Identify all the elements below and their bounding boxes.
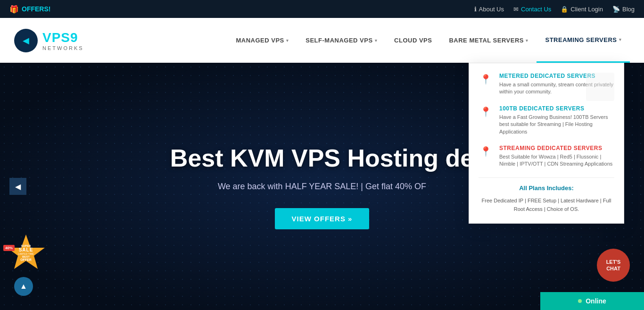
flag-pin-3: 📍 [479, 145, 493, 163]
online-indicator [578, 299, 582, 303]
offers-label[interactable]: OFFERS! [22, 5, 50, 13]
rss-icon: 📡 [612, 6, 620, 13]
sale-text: SALE [12, 247, 40, 252]
dropdown-item-100tb[interactable]: 📍 100TB DEDICATED SERVERS Have a Fast Gr… [479, 105, 614, 135]
top-bar: 🎁 OFFERS! ℹ About Us ✉ Contact Us 🔒 Clie… [0, 0, 644, 18]
lets-chat-button[interactable]: LET'S CHAT [597, 249, 630, 282]
chevron-down-icon: ▾ [619, 37, 622, 42]
top-bar-right: ℹ About Us ✉ Contact Us 🔒 Client Login 📡… [474, 6, 635, 13]
blog-link[interactable]: 📡 Blog [612, 6, 635, 13]
nav-bar: VPS9 NETWORKS MANAGED VPS ▾ SELF-MANAGED… [0, 18, 644, 63]
top-bar-left: 🎁 OFFERS! [9, 5, 50, 14]
nav-items: MANAGED VPS ▾ SELF-MANAGED VPS ▾ CLOUD V… [112, 18, 630, 63]
dropdown-includes-text: Free Dedicated IP | FREE Setup | Latest … [479, 196, 614, 214]
hero-title: Best KVM VPS Hosting de [170, 144, 474, 172]
nav-item-streaming[interactable]: STREAMING SERVERS ▾ [537, 18, 630, 63]
logo-icon [14, 29, 38, 52]
offer-text: OFFER [12, 258, 40, 261]
logo-networks-text: NETWORKS [42, 45, 84, 51]
sale-badge: SUPER SALE LIMITED TIME BEST OFFER 40% [7, 235, 45, 272]
nav-item-bare-metal[interactable]: BARE METAL SERVERS ▾ [440, 18, 537, 63]
chevron-down-icon: ▾ [526, 38, 528, 43]
about-link[interactable]: ℹ About Us [474, 6, 504, 13]
chevron-down-icon: ▾ [375, 38, 378, 43]
lets-chat-label: LET'S CHAT [606, 259, 621, 272]
hero-content: Best KVM VPS Hosting de We are back with… [151, 144, 493, 229]
info-icon: ℹ [474, 6, 477, 13]
flag-pin-2: 📍 [479, 105, 493, 123]
client-login-link[interactable]: 🔒 Client Login [561, 6, 603, 13]
netherlands-flag-icon-3: 📍 [480, 146, 492, 157]
dropdown-item-streaming-text: STREAMING DEDICATED SERVERS Best Suitabl… [499, 145, 614, 168]
lock-icon: 🔒 [561, 6, 568, 13]
netherlands-flag-icon-2: 📍 [480, 106, 492, 117]
dropdown-highlight-decor [586, 73, 614, 101]
chevron-down-icon: ▾ [286, 38, 289, 43]
logo-text: VPS9 NETWORKS [42, 30, 84, 51]
lets-chat-widget[interactable]: LET'S CHAT [597, 249, 630, 282]
contact-link[interactable]: ✉ Contact Us [513, 6, 551, 13]
envelope-icon: ✉ [513, 6, 519, 13]
dropdown-divider [479, 177, 614, 178]
nav-item-managed-vps[interactable]: MANAGED VPS ▾ [227, 18, 297, 63]
dropdown-item-100tb-text: 100TB DEDICATED SERVERS Have a Fast Grow… [499, 105, 614, 135]
nav-item-cloud-vps[interactable]: CLOUD VPS [386, 18, 440, 63]
streaming-servers-dropdown: 📍 METERED DEDICATED SERVERS Have a small… [469, 63, 624, 224]
dropdown-all-plans-label: All Plans Includes: [479, 184, 614, 192]
dropdown-item-streaming[interactable]: 📍 STREAMING DEDICATED SERVERS Best Suita… [479, 145, 614, 168]
flag-pin-1: 📍 [479, 73, 493, 91]
hero-subtitle: We are back with HALF YEAR SALE! | Get f… [170, 182, 474, 192]
percent-badge: 40% [3, 245, 15, 251]
scroll-to-top-button[interactable]: ▲ [14, 277, 33, 296]
nav-item-self-managed-vps[interactable]: SELF-MANAGED VPS ▾ [297, 18, 386, 63]
logo[interactable]: VPS9 NETWORKS [14, 29, 84, 52]
netherlands-flag-icon: 📍 [480, 74, 492, 85]
logo-vps-text: VPS9 [42, 30, 84, 45]
gift-icon: 🎁 [9, 5, 19, 14]
online-status-bar[interactable]: Online [540, 292, 644, 310]
view-offers-button[interactable]: VIEW OFFERS » [275, 208, 370, 229]
online-label: Online [586, 297, 606, 305]
carousel-prev-button[interactable]: ◀ [9, 178, 26, 195]
